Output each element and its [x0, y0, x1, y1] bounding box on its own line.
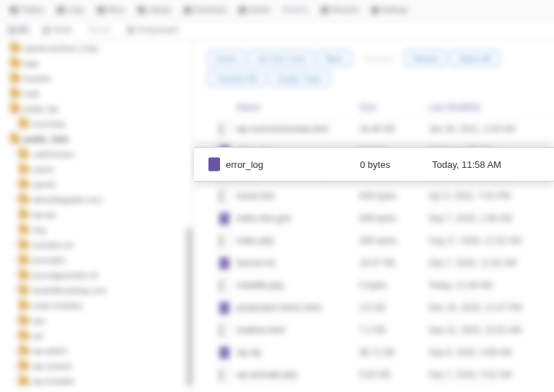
delete-tab[interactable]: Delete [233, 3, 276, 17]
tree-demosite[interactable]: +demothegadev.com [0, 192, 193, 207]
table-row[interactable]: production-here1.html2.6 KBDec 19, 2019,… [208, 297, 554, 319]
file-name: home.htm [237, 191, 359, 201]
file-name: wp-activate.php [237, 370, 359, 380]
file-table: Name Size Last Modified wp-commentsmeta.… [208, 97, 554, 386]
table-row[interactable]: index.php405 bytesAug 17, 2020, 11:52 AM [208, 230, 554, 252]
toolbar-label: Delete [249, 6, 270, 14]
file-size: 6.93 KB [359, 370, 428, 380]
col-name[interactable]: Name [208, 102, 359, 112]
file-name: google37676.html:50/8_69.ph [237, 169, 359, 179]
table-row[interactable]: index.htm.gmt948 bytesSep 7, 2020, 1:48 … [208, 208, 554, 230]
file-modified: Sep 7, 2020, 1:48 AM [428, 213, 554, 223]
file-modified: Sep 8, 2020, 4:59 AM [428, 347, 554, 357]
table-row[interactable]: readme.html7.2 KBSep 22, 2020, 10:52 AM [208, 319, 554, 342]
folder-icon [19, 301, 29, 310]
file-modified: Dec 19, 2019, 12:47 PM [428, 303, 554, 313]
tree-public-html[interactable]: -public_html [0, 131, 193, 146]
filter-label: Home [53, 26, 72, 34]
home-btn[interactable]: Home [208, 50, 245, 66]
upload-tab[interactable]: Upload [132, 3, 177, 17]
folder-icon [19, 165, 29, 174]
tree-includes[interactable]: +includes-v4 [0, 237, 193, 252]
file-modified: Dec 7, 2020, 7:08 AM [428, 169, 554, 179]
toolbar-glyph-icon [138, 6, 145, 14]
table-row[interactable]: google37676.html:50/8_69.ph65 bytesDec 7… [208, 163, 554, 185]
file-modified: Sep 7, 2020, 11:52 AM [428, 258, 554, 268]
file-icon [219, 369, 229, 381]
document-icon [219, 213, 229, 225]
tree-mail[interactable]: mail [0, 86, 193, 101]
tree-journalist[interactable]: +journalist [0, 252, 193, 267]
file-icon [219, 123, 229, 135]
unselect-btn[interactable]: Unselect All [208, 71, 265, 86]
file-name: license.txt [237, 258, 359, 268]
table-row[interactable]: wp-commentsmeta.html34.45 KBJan 29, 2021… [208, 118, 554, 141]
tree-label: mail [24, 89, 38, 98]
tree-lscache[interactable]: lscache [0, 71, 193, 86]
file-name: metafile.php [237, 280, 359, 290]
move-tab[interactable]: Move [92, 3, 131, 17]
folders-tab[interactable]: Folders [4, 3, 50, 17]
file-modified: Today, 11:48 AM [428, 280, 554, 290]
tree-wp-admin[interactable]: +wp-admin [0, 343, 193, 358]
forward-btn: Forward [356, 50, 400, 66]
tree-npc[interactable]: +npc [0, 313, 193, 328]
tree-label: public_ftp [24, 104, 58, 113]
tree-label: journalist [32, 256, 64, 264]
filter-trash[interactable]: Compressed [123, 24, 183, 35]
table-row[interactable]: home.htm948 bytesApr 8, 2022, 7:52 PM [208, 185, 554, 208]
tree-wp-qm[interactable]: wp-qm [0, 207, 193, 222]
back-btn[interactable]: Back [318, 50, 351, 66]
table-row[interactable]: wp-activate.php6.93 KBSep 7, 2020, 3:52 … [208, 364, 554, 386]
filter-shared[interactable]: Shared [84, 24, 115, 35]
expander-icon: + [12, 196, 19, 203]
tree-label: includes-v4 [32, 241, 73, 249]
expander-icon: + [12, 317, 19, 324]
tree-journalist2[interactable]: +journalgramatix-v3 [0, 267, 193, 282]
tree-cgi-bin[interactable]: +cgi-bin [0, 177, 193, 192]
tree-lang[interactable]: +landedbootstrap.com [0, 282, 193, 298]
tree-label: landedbootstrap.com [32, 286, 107, 295]
tree-incoming[interactable]: incoming [0, 116, 193, 131]
restore-tab[interactable]: Restore [277, 3, 314, 17]
file-size: 34.45 KB [359, 124, 428, 134]
tree-public_ftp[interactable]: -public_ftp [0, 101, 193, 116]
scrollbar-thumb[interactable] [186, 228, 193, 386]
tree-logs[interactable]: logs [0, 55, 193, 71]
tree-ssl[interactable]: +ssl [0, 328, 193, 343]
filter-all[interactable]: All [4, 24, 31, 35]
filter-home[interactable]: Home [38, 24, 76, 35]
file-size: 65 bytes [359, 169, 428, 179]
col-mod[interactable]: Last Modified [428, 102, 554, 112]
tree-label: journalgramatix-v3 [32, 271, 97, 280]
copy-tab[interactable]: Copy [51, 3, 89, 17]
tree-cpanel-archive[interactable]: -cpanel-archive-1.tmp [0, 40, 193, 55]
col-size[interactable]: Size [359, 102, 428, 112]
download-tab[interactable]: Download [178, 3, 232, 17]
table-row[interactable]: metafile.php0 bytesToday, 11:48 AM [208, 275, 554, 297]
file-icon-cell [208, 123, 237, 135]
table-row[interactable]: error_log0 bytesToday, 11:58 AM [208, 141, 554, 163]
tree-cache[interactable]: cache [0, 161, 193, 177]
folder-icon [10, 44, 20, 53]
folder-icon [10, 74, 20, 83]
settings-tab[interactable]: Settings [366, 3, 413, 17]
reload-btn[interactable]: Reload [405, 50, 446, 66]
tree-img[interactable]: img [0, 222, 193, 237]
tree-well-known[interactable]: +.well-known [0, 146, 193, 161]
folder-icon [10, 135, 20, 143]
filter-glyph-icon [9, 27, 16, 34]
table-row[interactable]: license.txt19.47 KBSep 7, 2020, 11:52 AM [208, 252, 554, 275]
table-row[interactable]: wp.zip88.71 KBSep 8, 2020, 4:59 AM [208, 342, 554, 364]
tree-node-modules[interactable]: node-modules [0, 298, 193, 313]
filter-label: Compressed [137, 26, 178, 34]
file-modified: Sep 7, 2020, 3:52 AM [428, 370, 554, 380]
tree-wp-includes[interactable]: +wp-includes [0, 373, 193, 388]
rename-tab[interactable]: Rename [315, 3, 364, 17]
upone-btn[interactable]: Up One Level [249, 50, 313, 66]
tree-wp-content[interactable]: +wp-content [0, 358, 193, 373]
file-name: index.php [237, 236, 359, 246]
trash-btn[interactable]: Empty Trash [269, 71, 330, 86]
filter-glyph-icon [43, 27, 50, 34]
selectall-btn[interactable]: Select All [450, 50, 498, 66]
